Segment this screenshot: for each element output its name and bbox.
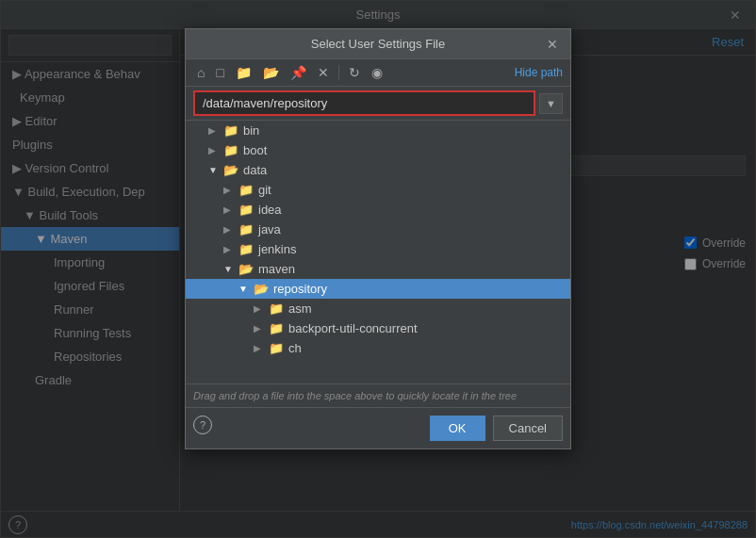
tree-item-maven[interactable]: ▼ 📂 maven [186, 259, 570, 279]
repository-arrow: ▼ [238, 284, 250, 294]
backport-folder-icon: 📁 [269, 321, 284, 335]
git-arrow: ▶ [223, 185, 235, 195]
modal-title-bar: Select User Settings File ✕ [186, 29, 570, 59]
path-dropdown-button[interactable]: ▼ [539, 93, 563, 114]
asm-label: asm [288, 302, 312, 316]
toolbar-home-button[interactable]: ⌂ [193, 63, 208, 82]
repository-folder-icon: 📂 [254, 282, 269, 296]
repository-label: repository [273, 282, 327, 296]
backport-arrow: ▶ [254, 323, 265, 334]
bin-arrow: ▶ [208, 125, 220, 136]
tree-item-backport[interactable]: ▶ 📁 backport-util-concurrent [186, 318, 570, 338]
boot-arrow: ▶ [208, 145, 220, 155]
java-folder-icon: 📁 [238, 222, 254, 236]
tree-item-ch[interactable]: ▶ 📁 ch [186, 338, 570, 358]
jenkins-arrow: ▶ [223, 244, 235, 254]
path-input[interactable] [193, 90, 535, 116]
tree-item-data[interactable]: ▼ 📂 data [186, 160, 570, 180]
jenkins-folder-icon: 📁 [238, 242, 254, 256]
toolbar-delete-button[interactable]: ✕ [314, 63, 333, 82]
modal-close-button[interactable]: ✕ [542, 35, 563, 54]
tree-item-jenkins[interactable]: ▶ 📁 jenkins [186, 239, 570, 259]
data-label: data [243, 163, 267, 177]
jenkins-label: jenkins [258, 242, 296, 256]
drag-hint: Drag and drop a file into the space abov… [186, 383, 570, 407]
idea-folder-icon: 📁 [238, 203, 254, 217]
maven-tree-folder-icon: 📂 [238, 262, 254, 276]
tree-item-idea[interactable]: ▶ 📁 idea [186, 200, 570, 220]
cancel-button[interactable]: Cancel [493, 416, 563, 441]
toolbar-up-folder-button[interactable]: 📁 [232, 63, 255, 82]
tree-item-bin[interactable]: ▶ 📁 bin [186, 121, 570, 140]
backport-label: backport-util-concurrent [288, 321, 418, 335]
tree-item-java[interactable]: ▶ 📁 java [186, 220, 570, 239]
bin-label: bin [243, 123, 259, 138]
bin-folder-icon: 📁 [223, 123, 238, 138]
toolbar-refresh-button[interactable]: ↻ [345, 63, 364, 82]
ch-arrow: ▶ [254, 343, 265, 353]
modal-path-area: ▼ [186, 87, 570, 120]
data-arrow: ▼ [208, 165, 220, 175]
git-folder-icon: 📁 [238, 183, 254, 197]
toolbar-folder-button[interactable]: □ [212, 63, 227, 82]
ch-label: ch [288, 341, 302, 355]
idea-label: idea [258, 203, 282, 217]
java-label: java [258, 222, 281, 236]
tree-item-repository[interactable]: ▼ 📂 repository [186, 279, 570, 299]
idea-arrow: ▶ [223, 204, 235, 215]
file-tree: ▶ 📁 bin ▶ 📁 boot ▼ 📂 data ▶ 📁 [186, 120, 570, 383]
toolbar-separator [338, 65, 339, 80]
tree-item-boot[interactable]: ▶ 📁 boot [186, 140, 570, 160]
maven-tree-label: maven [258, 262, 295, 276]
modal-dialog: Select User Settings File ✕ ⌂ □ 📁 📂 📌 ✕ … [185, 28, 571, 449]
hide-path-button[interactable]: Hide path [515, 66, 563, 79]
tree-item-git[interactable]: ▶ 📁 git [186, 180, 570, 200]
asm-arrow: ▶ [254, 303, 265, 314]
boot-folder-icon: 📁 [223, 143, 238, 157]
modal-toolbar: ⌂ □ 📁 📂 📌 ✕ ↻ ◉ Hide path [186, 59, 570, 87]
maven-tree-arrow: ▼ [223, 264, 235, 274]
toolbar-nav-button[interactable]: 📂 [259, 63, 283, 82]
toolbar-quickaccess-button[interactable]: ◉ [368, 63, 386, 82]
settings-window: Settings ✕ ▶ Appearance & Behav Keymap ▶… [0, 0, 756, 538]
modal-title: Select User Settings File [311, 37, 445, 51]
data-folder-icon: 📂 [223, 163, 238, 177]
toolbar-bookmark-button[interactable]: 📌 [287, 63, 310, 82]
asm-folder-icon: 📁 [269, 302, 284, 316]
modal-footer: ? OK Cancel [186, 407, 570, 448]
modal-help-button[interactable]: ? [193, 416, 212, 434]
java-arrow: ▶ [223, 224, 235, 235]
ok-button[interactable]: OK [430, 416, 485, 441]
git-label: git [258, 183, 271, 197]
boot-label: boot [243, 143, 267, 157]
ch-folder-icon: 📁 [269, 341, 284, 355]
modal-overlay: Select User Settings File ✕ ⌂ □ 📁 📂 📌 ✕ … [0, 0, 756, 538]
tree-item-asm[interactable]: ▶ 📁 asm [186, 299, 570, 318]
